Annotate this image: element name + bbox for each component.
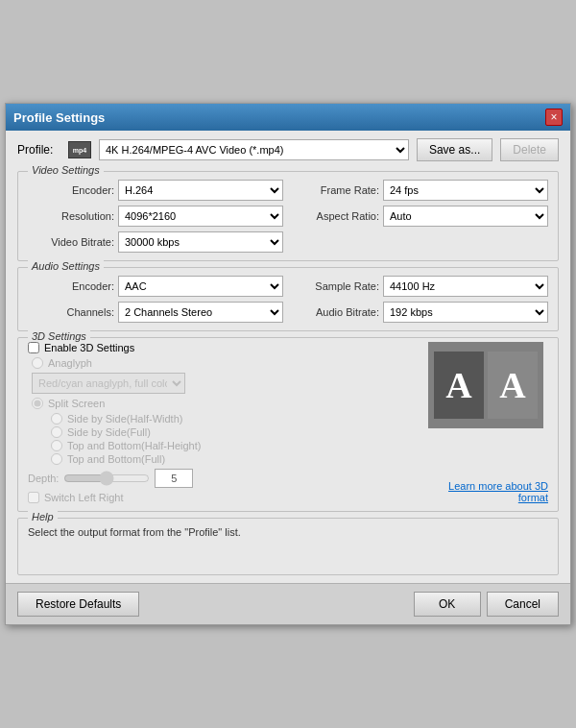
encoder-select[interactable]: H.264 — [118, 180, 283, 201]
video-settings-section: Video Settings Encoder: H.264 Frame Rate… — [17, 171, 559, 261]
frame-rate-row: Frame Rate: 24 fps — [293, 180, 548, 201]
channels-label: Channels: — [28, 306, 114, 318]
dialog-footer: Restore Defaults OK Cancel — [6, 583, 570, 624]
split-screen-row: Split Screen — [28, 398, 414, 409]
sample-rate-label: Sample Rate: — [293, 280, 379, 292]
anaglyph-select[interactable]: Red/cyan anaglyph, full color — [32, 373, 185, 394]
switch-lr-checkbox[interactable] — [28, 492, 39, 503]
switch-lr-label: Switch Left Right — [44, 492, 124, 503]
video-bitrate-label: Video Bitrate: — [28, 236, 114, 248]
help-section: Help Select the output format from the "… — [17, 518, 559, 575]
sample-rate-select[interactable]: 44100 Hz — [383, 276, 548, 297]
sbs-full-radio[interactable] — [51, 426, 62, 438]
sbs-half-label: Side by Side(Half-Width) — [67, 413, 182, 425]
audio-settings-grid: Encoder: AAC Sample Rate: 44100 Hz Chann… — [28, 276, 548, 323]
frame-rate-select[interactable]: 24 fps — [383, 180, 548, 201]
title-bar: Profile Settings × — [6, 104, 570, 131]
channels-select[interactable]: 2 Channels Stereo — [118, 302, 283, 323]
audio-encoder-label: Encoder: — [28, 280, 114, 292]
sbs-half-radio[interactable] — [51, 413, 62, 425]
audio-encoder-row: Encoder: AAC — [28, 276, 283, 297]
close-button[interactable]: × — [545, 109, 563, 126]
depth-slider[interactable] — [63, 473, 150, 484]
dialog-content: Profile: mp4 4K H.264/MPEG-4 AVC Video (… — [6, 131, 570, 583]
video-bitrate-select[interactable]: 30000 kbps — [118, 231, 283, 253]
tb-half-row: Top and Bottom(Half-Height) — [47, 440, 414, 451]
aa-right: A — [488, 352, 538, 419]
anaglyph-label: Anaglyph — [48, 357, 92, 369]
enable-3d-row: Enable 3D Settings — [28, 342, 414, 353]
sample-rate-row: Sample Rate: 44100 Hz — [293, 276, 548, 297]
split-screen-radio[interactable] — [32, 398, 43, 409]
help-legend: Help — [28, 511, 58, 522]
tb-half-label: Top and Bottom(Half-Height) — [67, 440, 201, 451]
footer-right: OK Cancel — [414, 592, 559, 617]
sbs-full-label: Side by Side(Full) — [67, 426, 151, 438]
profile-icon: mp4 — [68, 141, 91, 158]
depth-row: Depth: — [28, 469, 414, 488]
split-screen-label: Split Screen — [48, 398, 105, 409]
enable-3d-checkbox[interactable] — [28, 342, 39, 353]
channels-row: Channels: 2 Channels Stereo — [28, 302, 283, 323]
3d-settings-right: A A Learn more about 3D format — [423, 342, 548, 503]
delete-button[interactable]: Delete — [500, 138, 559, 161]
profile-select[interactable]: 4K H.264/MPEG-4 AVC Video (*.mp4) — [99, 139, 409, 160]
empty-cell — [293, 231, 548, 253]
tb-full-row: Top and Bottom(Full) — [47, 453, 414, 465]
aa-preview: A A — [428, 342, 543, 428]
profile-label: Profile: — [17, 143, 60, 157]
audio-encoder-select[interactable]: AAC — [118, 276, 283, 297]
3d-settings-content: Enable 3D Settings Anaglyph Red/cyan ana… — [28, 342, 548, 503]
aa-left: A — [434, 352, 484, 419]
tb-full-radio[interactable] — [51, 453, 62, 465]
anaglyph-select-row: Red/cyan anaglyph, full color — [32, 373, 414, 394]
learn-more-link[interactable]: Learn more about 3D format — [423, 480, 548, 503]
anaglyph-radio[interactable] — [32, 357, 43, 369]
save-as-button[interactable]: Save as... — [417, 138, 492, 161]
help-text: Select the output format from the "Profi… — [28, 526, 548, 538]
audio-bitrate-row: Audio Bitrate: 192 kbps — [293, 302, 548, 323]
resolution-row: Resolution: 4096*2160 — [28, 206, 283, 227]
profile-row: Profile: mp4 4K H.264/MPEG-4 AVC Video (… — [17, 138, 559, 161]
aspect-ratio-row: Aspect Ratio: Auto — [293, 206, 548, 227]
frame-rate-label: Frame Rate: — [293, 184, 379, 196]
tb-half-radio[interactable] — [51, 440, 62, 451]
depth-spinbox[interactable] — [155, 469, 193, 488]
video-settings-grid: Encoder: H.264 Frame Rate: 24 fps Resolu… — [28, 180, 548, 253]
video-bitrate-row: Video Bitrate: 30000 kbps — [28, 231, 283, 253]
3d-settings-left: Enable 3D Settings Anaglyph Red/cyan ana… — [28, 342, 414, 503]
switch-lr-row: Switch Left Right — [28, 492, 414, 503]
audio-settings-legend: Audio Settings — [28, 260, 104, 272]
audio-bitrate-label: Audio Bitrate: — [293, 306, 379, 318]
tb-full-label: Top and Bottom(Full) — [67, 453, 165, 465]
encoder-row: Encoder: H.264 — [28, 180, 283, 201]
enable-3d-label: Enable 3D Settings — [44, 342, 134, 353]
3d-settings-legend: 3D Settings — [28, 330, 90, 342]
video-settings-legend: Video Settings — [28, 164, 104, 176]
aspect-ratio-select[interactable]: Auto — [383, 206, 548, 227]
depth-label: Depth: — [28, 473, 59, 484]
cancel-button[interactable]: Cancel — [487, 592, 559, 617]
restore-defaults-button[interactable]: Restore Defaults — [17, 592, 139, 617]
audio-bitrate-select[interactable]: 192 kbps — [383, 302, 548, 323]
sbs-full-row: Side by Side(Full) — [47, 426, 414, 438]
resolution-label: Resolution: — [28, 210, 114, 222]
aspect-ratio-label: Aspect Ratio: — [293, 210, 379, 222]
ok-button[interactable]: OK — [414, 592, 481, 617]
split-screen-options: Side by Side(Half-Width) Side by Side(Fu… — [28, 413, 414, 465]
audio-settings-section: Audio Settings Encoder: AAC Sample Rate:… — [17, 267, 559, 331]
3d-settings-section: 3D Settings Enable 3D Settings Anaglyph — [17, 337, 559, 512]
profile-settings-dialog: Profile Settings × Profile: mp4 4K H.264… — [5, 103, 571, 625]
anaglyph-row: Anaglyph — [28, 357, 414, 369]
encoder-label: Encoder: — [28, 184, 114, 196]
resolution-select[interactable]: 4096*2160 — [118, 206, 283, 227]
dialog-title: Profile Settings — [13, 110, 105, 125]
sbs-half-row: Side by Side(Half-Width) — [47, 413, 414, 425]
